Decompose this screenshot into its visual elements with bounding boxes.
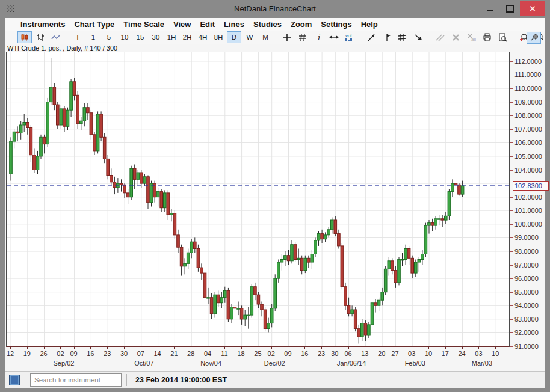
price-tick — [510, 319, 513, 320]
candle-body — [428, 223, 431, 226]
price-tick-label: 98.0000 — [514, 248, 539, 255]
grid-icon — [298, 33, 307, 41]
candle-body — [351, 310, 354, 314]
candle-body — [247, 315, 250, 316]
info-button[interactable]: i — [311, 31, 326, 43]
menu-edit[interactable]: Edit — [200, 20, 215, 29]
candle-body — [277, 262, 280, 278]
timeframe-1-button[interactable]: 1 — [86, 31, 100, 43]
volume-icon: vol — [345, 33, 354, 42]
maximize-button[interactable] — [501, 1, 519, 16]
candle-body — [13, 132, 16, 141]
search-input[interactable] — [33, 376, 128, 384]
timeframe-1h-button[interactable]: 1H — [164, 31, 179, 43]
timeframe-w-button[interactable]: W — [243, 31, 257, 43]
menu-studies[interactable]: Studies — [253, 20, 282, 29]
candle-body — [300, 258, 303, 270]
title-bar[interactable]: NetDania FinanceChart ✕ — [0, 0, 550, 18]
menu-settings[interactable]: Settings — [321, 20, 351, 29]
time-tick — [208, 347, 208, 349]
time-tick-label: 16 — [301, 350, 308, 357]
time-tick — [395, 347, 395, 349]
candle-body — [26, 123, 29, 128]
price-tick-label: 96.0000 — [514, 275, 539, 282]
chart-type-candlestick-button[interactable] — [17, 31, 32, 43]
grid-toggle-button[interactable] — [295, 31, 310, 43]
timeframe-m-button[interactable]: M — [258, 31, 273, 43]
candle-body — [424, 225, 427, 254]
candle-body — [461, 186, 464, 194]
vertical-line-tool-button[interactable] — [380, 31, 394, 43]
chart-type-line-button[interactable] — [49, 31, 63, 43]
pin-panel-button[interactable] — [527, 32, 541, 44]
menu-view[interactable]: View — [173, 20, 191, 29]
horizontal-scale-button[interactable] — [327, 31, 341, 43]
timeframe-30-button[interactable]: 30 — [149, 31, 163, 43]
menu-instruments[interactable]: Instruments — [20, 20, 65, 29]
candle-body — [49, 87, 52, 102]
candle-body — [120, 183, 123, 185]
ray-tool-button[interactable] — [411, 31, 425, 43]
delete-all-button[interactable]: all — [464, 31, 478, 43]
candle-body — [354, 310, 357, 329]
candle-body — [110, 176, 113, 182]
candle-body — [100, 114, 103, 137]
candlestick-plot[interactable] — [6, 52, 510, 347]
delete-icon — [452, 34, 460, 41]
menu-time-scale[interactable]: Time Scale — [123, 20, 164, 29]
time-tick — [365, 347, 365, 349]
price-axis[interactable]: 91.000092.000093.000094.000095.000096.00… — [510, 52, 545, 349]
volume-button[interactable]: vol — [342, 31, 357, 43]
price-tick — [510, 265, 513, 266]
crosshair-button[interactable] — [280, 31, 294, 43]
candle-body — [270, 308, 273, 323]
time-tick — [304, 347, 305, 349]
menu-lines[interactable]: Lines — [224, 20, 244, 29]
candle-body — [207, 298, 210, 298]
timeframe-d-button[interactable]: D — [227, 31, 241, 43]
candle-body — [190, 242, 193, 253]
timeframe-4h-button[interactable]: 4H — [196, 31, 210, 43]
statusbar-separator — [126, 374, 127, 386]
timeframe-8h-button[interactable]: 8H — [211, 31, 226, 43]
print-button[interactable] — [480, 31, 494, 43]
quote-timestamp: 23 Feb 2014 19:00:00 EST — [135, 376, 227, 384]
time-tick-label: 21 — [170, 350, 178, 357]
menu-zoom[interactable]: Zoom — [291, 20, 312, 29]
timeframe-15-button[interactable]: 15 — [133, 31, 147, 43]
candle-body — [267, 323, 270, 329]
candle-body — [244, 315, 247, 319]
candle-body — [448, 192, 451, 216]
timeframe-t-button[interactable]: T — [70, 31, 85, 43]
channel-tool-button[interactable] — [395, 31, 410, 43]
candle-body — [458, 185, 461, 194]
chart-type-ohlc-button[interactable] — [33, 31, 48, 43]
menu-help[interactable]: Help — [361, 20, 378, 29]
menu-chart-type[interactable]: Chart Type — [74, 20, 114, 29]
print-preview-button[interactable] — [495, 31, 510, 43]
time-tick — [412, 347, 412, 349]
search-box[interactable] — [30, 373, 122, 387]
month-label: Jan/06/14 — [337, 360, 366, 367]
vertical-line-icon — [383, 33, 392, 42]
delete-study-button[interactable] — [448, 31, 463, 43]
time-tick — [288, 347, 288, 349]
candle-body — [93, 135, 96, 151]
price-tick-label: 107.0000 — [514, 126, 542, 133]
candle-body — [227, 290, 230, 319]
price-tick — [510, 102, 513, 103]
price-tick — [510, 237, 513, 238]
timeframe-5-button[interactable]: 5 — [102, 31, 116, 43]
candle-body — [43, 137, 46, 144]
candle-body — [407, 249, 410, 259]
candle-body — [147, 177, 150, 203]
timeframe-10-button[interactable]: 10 — [117, 31, 132, 43]
info-icon: i — [317, 33, 320, 42]
close-button[interactable]: ✕ — [520, 1, 545, 16]
instrument-color-button[interactable] — [9, 375, 20, 385]
minimize-button[interactable] — [481, 1, 499, 16]
parallel-lines-button[interactable] — [433, 31, 447, 43]
trendline-tool-button[interactable] — [364, 31, 379, 43]
timeframe-2h-button[interactable]: 2H — [180, 31, 194, 43]
price-tick-label: 109.0000 — [514, 99, 542, 106]
